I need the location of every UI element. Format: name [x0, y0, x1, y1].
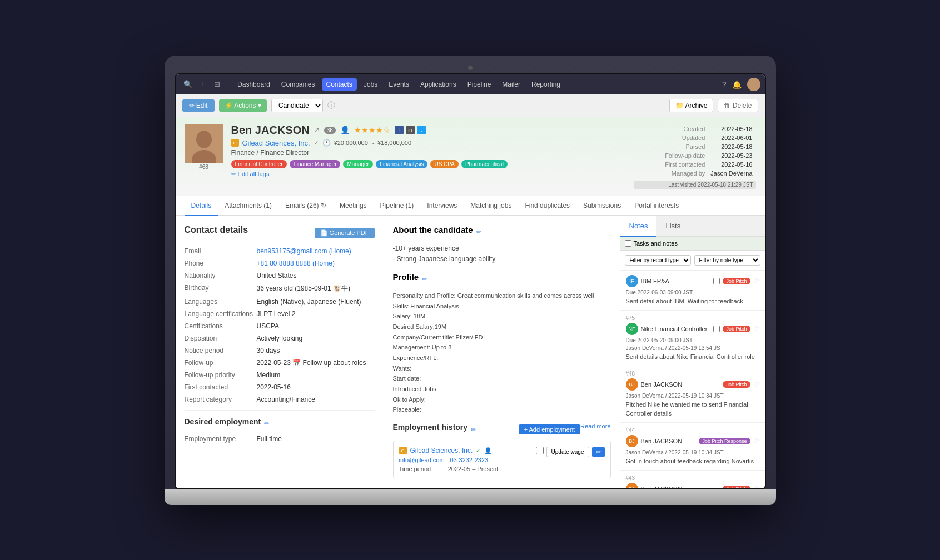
tag-us-cpa[interactable]: US CPA — [430, 160, 459, 168]
edit-tags-button[interactable]: ✏ Edit all tags — [231, 171, 270, 178]
avatar-box: #68 — [185, 124, 223, 170]
notes-tabs: Notes Lists — [620, 216, 765, 237]
add-employment-button[interactable]: + Add employment — [519, 424, 580, 434]
facebook-icon[interactable]: f — [395, 126, 404, 134]
filter-record-type[interactable]: Filter by record type — [625, 255, 691, 266]
note-5-header: BJ Ben JACKSON Job Pitch ♡ — [626, 483, 759, 488]
note-5-heart[interactable]: ♡ — [753, 485, 759, 488]
note-3-meta: Jason DeVerna / 2022-05-19 10:34 JST — [626, 393, 759, 399]
read-more-link[interactable]: Read more — [580, 423, 610, 429]
archive-button[interactable]: 📁 Archive — [669, 99, 714, 112]
search-icon[interactable]: 🔍 — [180, 80, 196, 88]
phone-value[interactable]: +81 80 8888 8888 (Home) — [257, 259, 375, 267]
email-value[interactable]: ben953175@gmail.com (Home) — [257, 247, 375, 255]
note-2-checkbox[interactable] — [713, 326, 720, 332]
user-avatar[interactable] — [747, 78, 760, 91]
tag-financial-controller[interactable]: Financial Controller — [231, 160, 287, 168]
managed-val[interactable]: Jason DeVerna — [708, 169, 754, 177]
help-icon[interactable]: ? — [722, 80, 727, 89]
tab-submissions[interactable]: Submissions — [576, 196, 628, 216]
nav-applications[interactable]: Applications — [416, 78, 461, 91]
laptop-base — [165, 489, 776, 505]
tab-details[interactable]: Details — [185, 196, 218, 216]
note-1-heart[interactable]: ♡ — [753, 277, 759, 285]
tab-emails[interactable]: Emails (26) ↻ — [278, 196, 333, 216]
middle-panel: About the candidate ✏ -10+ years experie… — [384, 216, 620, 488]
note-2-heart[interactable]: ♡ — [753, 325, 759, 333]
tab-find-duplicates[interactable]: Find duplicates — [518, 196, 576, 216]
field-nationality: Nationality United States — [185, 272, 375, 279]
nav-jobs[interactable]: Jobs — [359, 78, 382, 91]
note-card-2: #75 NF Nike Financial Controller Job Pit… — [620, 311, 765, 366]
filter-note-type[interactable]: Filter by note type — [694, 255, 760, 266]
tab-pipeline[interactable]: Pipeline (1) — [374, 196, 421, 216]
followup-priority-label: Follow-up priority — [185, 371, 257, 379]
about-edit-icon[interactable]: ✏ — [476, 228, 481, 236]
notes-tab-notes[interactable]: Notes — [620, 216, 657, 237]
employment-edit-icon[interactable]: ✏ — [471, 426, 476, 433]
delete-button[interactable]: 🗑 Delete — [718, 99, 758, 112]
candidate-id: #68 — [185, 164, 223, 170]
note-4-meta: Jason DeVerna / 2022-05-19 10:34 JST — [626, 449, 759, 456]
candidate-rating-num: 36 — [324, 127, 336, 134]
nav-companies[interactable]: Companies — [277, 78, 320, 91]
candidate-header: #68 Ben JACKSON ↗ 36 👤 ★★★★☆ f in t G — [176, 117, 765, 196]
tag-pharmaceutical[interactable]: Pharmaceutical — [461, 160, 508, 168]
nav-contacts[interactable]: Contacts — [322, 78, 357, 91]
note-1-checkbox[interactable] — [713, 278, 720, 284]
camera-dot — [468, 66, 473, 70]
generate-pdf-button[interactable]: 📄 Generate PDF — [315, 228, 375, 238]
tag-manager[interactable]: Manager — [343, 160, 372, 168]
profile-edit-icon[interactable]: ✏ — [422, 276, 427, 283]
star-rating[interactable]: ★★★★☆ — [354, 126, 390, 134]
grid-icon[interactable]: ⊞ — [211, 80, 223, 88]
nav-reporting[interactable]: Reporting — [527, 78, 565, 91]
tab-meetings[interactable]: Meetings — [333, 196, 374, 216]
tag-financial-analysis[interactable]: Financial Analysis — [376, 160, 427, 168]
desired-edit-icon[interactable]: ✏ — [264, 420, 269, 427]
company-name[interactable]: Gilead Sciences, Inc. — [242, 139, 310, 147]
emp-edit-button[interactable]: ✏ — [592, 447, 605, 457]
tag-finance-manager[interactable]: Finance Manager — [290, 160, 341, 168]
add-icon[interactable]: + — [198, 80, 209, 88]
emp-company-name[interactable]: Gilead Sciences, Inc. — [410, 447, 473, 454]
actions-button[interactable]: ⚡ Actions ▾ — [219, 99, 267, 112]
note-3-heart[interactable]: ♡ — [753, 381, 759, 388]
info-icon[interactable]: ⓘ — [327, 101, 335, 111]
nav-mailer[interactable]: Mailer — [498, 78, 525, 91]
emp-person-icon: 👤 — [484, 447, 492, 454]
emp-phone[interactable]: 03-3232-2323 — [450, 457, 489, 463]
edit-button[interactable]: ✏ Edit — [182, 99, 215, 112]
update-wage-button[interactable]: Update wage — [546, 447, 589, 457]
social-icon2[interactable]: in — [406, 126, 415, 134]
languages-value: English (Native), Japanese (Fluent) — [257, 298, 375, 306]
tab-interviews[interactable]: Interviews — [420, 196, 464, 216]
section-divider — [185, 410, 375, 411]
emp-checkbox[interactable] — [536, 447, 544, 454]
nav-events[interactable]: Events — [384, 78, 414, 91]
top-nav: 🔍 + ⊞ Dashboard Companies Contacts Jobs … — [176, 74, 765, 94]
twitter-icon[interactable]: t — [417, 126, 426, 134]
type-select[interactable]: Candidate — [271, 99, 323, 112]
tab-matching-jobs[interactable]: Matching jobs — [464, 196, 518, 216]
created-val: 2022-05-18 — [708, 125, 754, 133]
field-languages: Languages English (Native), Japanese (Fl… — [185, 298, 375, 306]
nav-pipeline[interactable]: Pipeline — [463, 78, 496, 91]
note-1-text: Sent detail about IBM. Waiting for feedb… — [626, 297, 759, 306]
note-4-name: Ben JACKSON — [641, 438, 697, 444]
note-3-badge: Job Pitch — [723, 381, 750, 388]
nationality-value: United States — [257, 272, 375, 279]
tasks-checkbox[interactable] — [625, 240, 631, 247]
note-3-text: Pitched Nike he wanted me to send Financ… — [626, 401, 759, 418]
emp-email[interactable]: info@gilead.com — [399, 457, 445, 463]
tab-attachments[interactable]: Attachments (1) — [218, 196, 278, 216]
nav-dashboard[interactable]: Dashboard — [233, 78, 275, 91]
note-4-heart[interactable]: ♡ — [753, 437, 759, 445]
notes-tab-lists[interactable]: Lists — [656, 216, 689, 237]
note-3-name: Ben JACKSON — [641, 381, 720, 388]
company-verify-icon: ✓ — [314, 139, 319, 147]
tab-portal-interests[interactable]: Portal interests — [628, 196, 685, 216]
note-3-number: #48 — [626, 371, 759, 377]
salary: ¥20,000,000 ～ ¥18,000,000 — [334, 139, 411, 147]
bell-icon[interactable]: 🔔 — [732, 80, 742, 89]
